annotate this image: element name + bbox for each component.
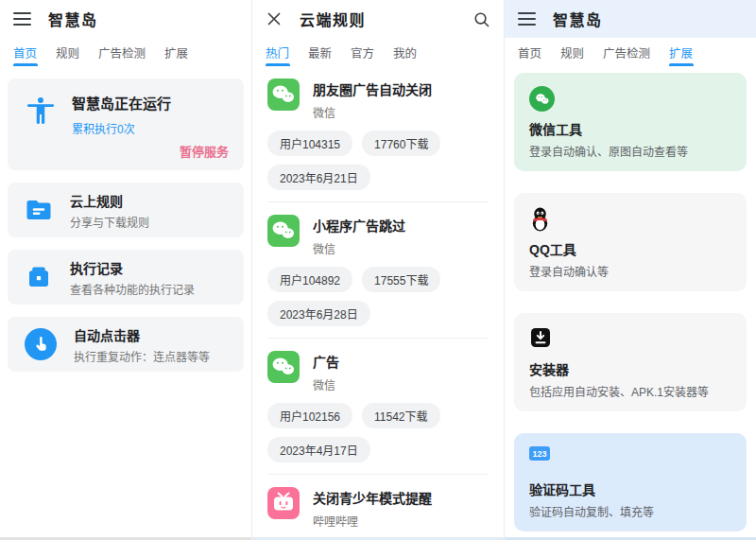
wechat-icon	[267, 78, 300, 111]
accessibility-icon	[25, 95, 57, 127]
tab-home[interactable]: 首页	[4, 38, 46, 66]
user-chip: 用户104315	[267, 131, 352, 156]
cloud-tab-bar: 热门 最新 官方 我的	[252, 38, 504, 66]
menu-icon[interactable]	[518, 12, 536, 26]
tab-extensions[interactable]: 扩展	[155, 38, 198, 66]
app-title: 智慧岛	[553, 8, 603, 30]
ext-card-title: 安装器	[529, 359, 731, 378]
wechat-icon	[267, 351, 300, 383]
bilibili-icon	[267, 487, 300, 519]
panel-cloud-rules: 云端规则 热门 最新 官方 我的	[251, 0, 504, 540]
home-body: 智慧岛正在运行 累积执行0次 暂停服务 云上规则 分享与下载规则	[0, 66, 251, 372]
app-root: 智慧岛 首页 规则 广告检测 扩展 智慧岛正在运行 累积执行0次 暂停服务	[0, 0, 756, 540]
ext-card-title: 微信工具	[529, 119, 731, 138]
tab-rules[interactable]: 规则	[46, 38, 89, 66]
downloads-chip: 17555下载	[362, 267, 440, 292]
menu-card-auto-clicker[interactable]: 自动点击器 执行重复动作：连点器等等	[8, 317, 244, 372]
cloud-appbar: 云端规则	[252, 0, 504, 38]
tab-ad-detect[interactable]: 广告检测	[89, 38, 155, 66]
menu-title: 自动点击器	[74, 325, 210, 344]
rule-app-name: 微信	[313, 376, 339, 392]
tab-rules[interactable]: 规则	[551, 38, 593, 66]
rule-title: 朋友圈广告自动关闭	[313, 78, 432, 98]
ext-card-subtitle: 包括应用自动安装、APK.1安装器等	[529, 383, 731, 399]
menu-card-execution-log[interactable]: 执行记录 查看各种功能的执行记录	[8, 250, 244, 305]
menu-card-cloud-rules[interactable]: 云上规则 分享与下载规则	[8, 183, 244, 237]
close-icon[interactable]	[266, 10, 283, 27]
auto-clicker-icon	[25, 328, 57, 360]
ext-card-captcha-tools[interactable]: 123 验证码工具 验证码自动复制、填充等	[514, 433, 747, 531]
home-appbar: 智慧岛	[0, 0, 251, 38]
rule-item[interactable]: 朋友圈广告自动关闭 微信 用户104315 17760下载 2023年6月21日	[267, 66, 489, 202]
rule-item[interactable]: 关闭青少年模式提醒 哔哩哔哩 用户100001 10742下载 2023年3月1…	[267, 475, 489, 540]
installer-icon	[529, 326, 552, 349]
downloads-chip: 11542下载	[362, 403, 439, 428]
tab-mine[interactable]: 我的	[384, 38, 426, 66]
rule-title: 广告	[313, 351, 339, 371]
ext-card-title: 验证码工具	[529, 479, 731, 498]
user-chip: 用户102156	[267, 403, 352, 428]
menu-subtitle: 查看各种功能的执行记录	[70, 281, 195, 297]
ext-card-subtitle: 验证码自动复制、填充等	[529, 503, 731, 519]
service-status-card: 智慧岛正在运行 累积执行0次 暂停服务	[8, 78, 244, 170]
ext-card-qq-tools[interactable]: QQ工具 登录自动确认等	[514, 193, 747, 291]
date-chip: 2023年4月17日	[267, 437, 370, 462]
ext-card-subtitle: 登录自动确认、原图自动查看等	[529, 143, 731, 159]
ext-card-wechat-tools[interactable]: 微信工具 登录自动确认、原图自动查看等	[514, 73, 747, 171]
page-title: 云端规则	[300, 8, 366, 30]
qq-icon	[529, 206, 551, 232]
record-box-icon	[25, 263, 53, 291]
rule-app-name: 微信	[313, 104, 432, 120]
extensions-tab-bar: 首页 规则 广告检测 扩展	[505, 38, 756, 66]
ext-card-subtitle: 登录自动确认等	[529, 263, 731, 279]
search-icon[interactable]	[472, 10, 490, 28]
home-tab-bar: 首页 规则 广告检测 扩展	[0, 38, 251, 66]
panel-home: 智慧岛 首页 规则 广告检测 扩展 智慧岛正在运行 累积执行0次 暂停服务	[0, 0, 251, 540]
execution-count-link[interactable]: 累积执行0次	[72, 120, 171, 136]
wechat-icon	[529, 86, 555, 112]
menu-subtitle: 执行重复动作：连点器等等	[74, 348, 210, 364]
status-title: 智慧岛正在运行	[72, 93, 171, 113]
wechat-icon	[267, 215, 300, 247]
menu-subtitle: 分享与下载规则	[70, 214, 149, 230]
ext-card-installer[interactable]: 安装器 包括应用自动安装、APK.1安装器等	[514, 313, 747, 411]
menu-title: 云上规则	[70, 191, 149, 210]
tab-extensions[interactable]: 扩展	[660, 38, 702, 66]
panel-extensions: 智慧岛 首页 规则 广告检测 扩展 微信工具 登录自动确认、	[504, 0, 756, 540]
tab-ad-detect[interactable]: 广告检测	[593, 38, 660, 66]
tab-home[interactable]: 首页	[508, 38, 551, 66]
rule-app-name: 哔哩哔哩	[313, 513, 432, 529]
menu-icon[interactable]	[13, 12, 31, 26]
date-chip: 2023年6月21日	[267, 165, 370, 190]
rule-item[interactable]: 小程序广告跳过 微信 用户104892 17555下载 2023年6月28日	[267, 202, 489, 339]
app-title: 智慧岛	[48, 8, 98, 30]
rule-title: 小程序广告跳过	[313, 215, 405, 235]
captcha-icon: 123	[529, 446, 550, 461]
downloads-chip: 17760下载	[362, 131, 440, 156]
status-texts: 智慧岛正在运行 累积执行0次	[72, 93, 171, 170]
ext-card-title: QQ工具	[529, 239, 731, 258]
pause-service-button[interactable]: 暂停服务	[180, 142, 229, 160]
folder-icon	[25, 196, 53, 224]
tab-official[interactable]: 官方	[341, 38, 384, 66]
tab-newest[interactable]: 最新	[299, 38, 341, 66]
menu-title: 执行记录	[70, 258, 195, 277]
date-chip: 2023年6月28日	[267, 301, 370, 326]
rule-list: 朋友圈广告自动关闭 微信 用户104315 17760下载 2023年6月21日	[252, 66, 504, 540]
extensions-appbar: 智慧岛	[505, 0, 756, 38]
rule-item[interactable]: 广告 微信 用户102156 11542下载 2023年4月17日	[267, 339, 489, 475]
user-chip: 用户104892	[267, 267, 352, 292]
rule-app-name: 微信	[313, 240, 405, 256]
extensions-body: 微信工具 登录自动确认、原图自动查看等 QQ工具 登录自动确认等	[505, 66, 756, 531]
tab-hot[interactable]: 热门	[256, 38, 299, 66]
rule-title: 关闭青少年模式提醒	[313, 487, 432, 507]
